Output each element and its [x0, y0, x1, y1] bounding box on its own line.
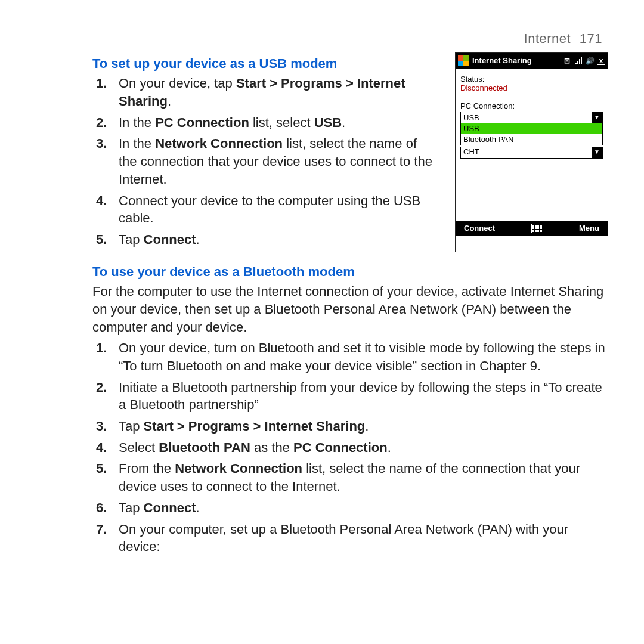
softkey-connect[interactable]: Connect	[464, 224, 495, 233]
bt-section-title: To use your device as a Bluetooth modem	[92, 263, 608, 281]
chevron-down-icon: ▼	[592, 147, 602, 158]
bt-step-3: Tap Start > Programs > Internet Sharing.	[116, 417, 608, 435]
connection-icon: ⊡	[563, 57, 571, 65]
bt-step-5: From the Network Connection list, select…	[116, 460, 608, 495]
section-name: Internet	[524, 31, 571, 46]
usb-section-title: To set up your device as a USB modem	[92, 55, 437, 73]
pc-connection-label: PC Connection:	[460, 101, 603, 111]
page-header: Internet 171	[92, 30, 608, 48]
bt-step-7: On your computer, set up a Bluetooth Per…	[116, 521, 608, 556]
status-label: Status:	[460, 75, 603, 84]
chevron-down-icon: ▼	[592, 112, 602, 123]
bt-steps: On your device, turn on Bluetooth and se…	[92, 339, 608, 556]
softkey-menu[interactable]: Menu	[579, 224, 599, 233]
page-number: 171	[580, 31, 602, 46]
close-icon[interactable]: x	[597, 57, 605, 65]
device-softkeys: Connect Menu	[456, 221, 608, 236]
pc-connection-dropdown[interactable]: USB ▼	[460, 112, 603, 123]
windows-logo-icon	[458, 55, 469, 66]
bt-step-4: Select Bluetooth PAN as the PC Connectio…	[116, 439, 608, 457]
usb-step-5: Tap Connect.	[116, 231, 437, 249]
device-screenshot: Internet Sharing ⊡ 🔊 x Status: Disconnec…	[455, 52, 608, 252]
usb-step-3: In the Network Connection list, select t…	[116, 135, 437, 188]
status-value: Disconnected	[460, 83, 603, 93]
keyboard-icon[interactable]	[531, 224, 543, 233]
usb-steps: On your device, tap Start > Programs > I…	[92, 75, 437, 248]
pc-connection-options: USB Bluetooth PAN	[460, 123, 603, 145]
bt-step-1: On your device, turn on Bluetooth and se…	[116, 339, 608, 374]
bt-step-6: Tap Connect.	[116, 499, 608, 517]
device-title: Internet Sharing	[472, 56, 559, 66]
pc-option-bluetooth[interactable]: Bluetooth PAN	[461, 134, 602, 145]
bt-intro: For the computer to use the Internet con…	[92, 283, 608, 336]
volume-icon: 🔊	[586, 57, 594, 65]
usb-step-2: In the PC Connection list, select USB.	[116, 114, 437, 132]
bt-step-2: Initiate a Bluetooth partnership from yo…	[116, 379, 608, 414]
pc-option-usb[interactable]: USB	[461, 123, 602, 134]
signal-icon	[574, 57, 583, 65]
device-titlebar: Internet Sharing ⊡ 🔊 x	[456, 53, 608, 69]
usb-step-4: Connect your device to the computer usin…	[116, 192, 437, 227]
network-connection-dropdown[interactable]: CHT ▼	[460, 147, 603, 159]
usb-step-1: On your device, tap Start > Programs > I…	[116, 75, 437, 110]
